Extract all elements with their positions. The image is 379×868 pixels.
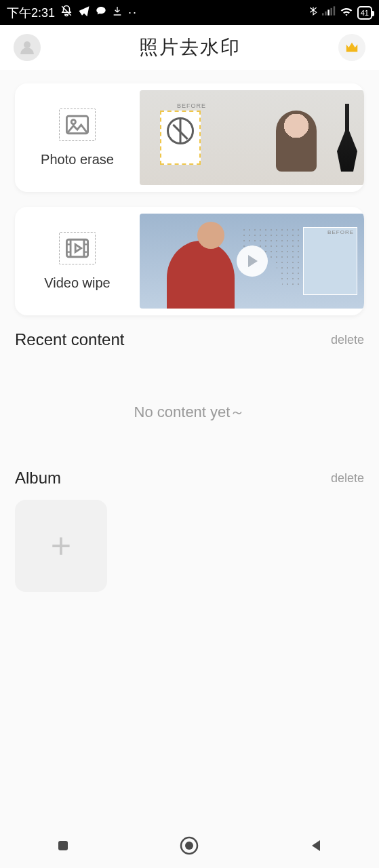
video-wipe-preview: BEFORE xyxy=(140,207,364,315)
photo-erase-card[interactable]: Photo erase BEFORE xyxy=(15,83,364,192)
recent-section: Recent content delete No content yet～ xyxy=(15,330,364,456)
more-icon: ·· xyxy=(128,5,138,20)
download-icon xyxy=(112,5,123,20)
person-icon xyxy=(19,39,35,56)
profile-button[interactable] xyxy=(14,34,41,61)
recent-title: Recent content xyxy=(15,330,124,349)
content-area: Photo erase BEFORE xyxy=(0,70,379,823)
album-add-button[interactable]: + xyxy=(15,500,107,592)
image-icon xyxy=(66,115,89,135)
premium-button[interactable] xyxy=(338,34,365,61)
square-icon xyxy=(55,837,71,854)
album-section: Album delete + xyxy=(15,469,364,592)
nav-recent-button[interactable] xyxy=(36,837,90,854)
svg-point-5 xyxy=(24,41,31,48)
recent-delete-button[interactable]: delete xyxy=(331,333,364,347)
status-left: 下午2:31 ·· xyxy=(7,5,138,21)
svg-rect-15 xyxy=(58,841,68,850)
before-tag-video: BEFORE xyxy=(304,228,357,237)
nav-home-button[interactable] xyxy=(162,835,216,856)
photo-erase-label: Photo erase xyxy=(41,152,114,167)
status-right: 41 xyxy=(308,5,372,20)
svg-point-17 xyxy=(185,842,193,850)
system-nav-bar xyxy=(0,823,379,868)
video-wipe-left: Video wipe xyxy=(15,207,140,315)
telegram-icon xyxy=(78,5,90,20)
before-tag: BEFORE xyxy=(177,102,206,109)
video-wipe-label: Video wipe xyxy=(44,275,110,291)
video-icon-frame xyxy=(59,232,96,264)
album-title: Album xyxy=(15,469,61,488)
app-header: 照片去水印 xyxy=(0,25,379,70)
circle-icon xyxy=(179,835,199,856)
status-time: 下午2:31 xyxy=(7,5,55,21)
status-bar: 下午2:31 ·· 41 xyxy=(0,0,379,25)
video-wipe-card[interactable]: Video wipe BEFORE xyxy=(15,207,364,315)
album-delete-button[interactable]: delete xyxy=(331,471,364,486)
recent-empty-text: No content yet～ xyxy=(15,361,364,456)
svg-rect-1 xyxy=(325,12,327,16)
battery-icon: 41 xyxy=(357,6,372,20)
page-title: 照片去水印 xyxy=(139,35,241,60)
signal-icon xyxy=(322,5,336,20)
mute-icon xyxy=(60,5,73,20)
svg-rect-0 xyxy=(322,13,324,15)
video-icon xyxy=(66,238,89,258)
svg-point-7 xyxy=(71,119,75,123)
chat-icon xyxy=(96,5,106,20)
photo-erase-left: Photo erase xyxy=(15,83,140,192)
nav-back-button[interactable] xyxy=(289,837,343,854)
svg-rect-4 xyxy=(333,6,335,15)
svg-rect-3 xyxy=(330,8,332,16)
svg-rect-2 xyxy=(327,9,330,15)
crown-icon xyxy=(344,40,359,55)
photo-icon-frame xyxy=(59,108,96,141)
photo-erase-preview: BEFORE xyxy=(140,83,364,192)
play-icon xyxy=(237,245,268,277)
bluetooth-icon xyxy=(308,5,318,20)
triangle-back-icon xyxy=(308,837,324,854)
wifi-icon xyxy=(340,5,353,20)
